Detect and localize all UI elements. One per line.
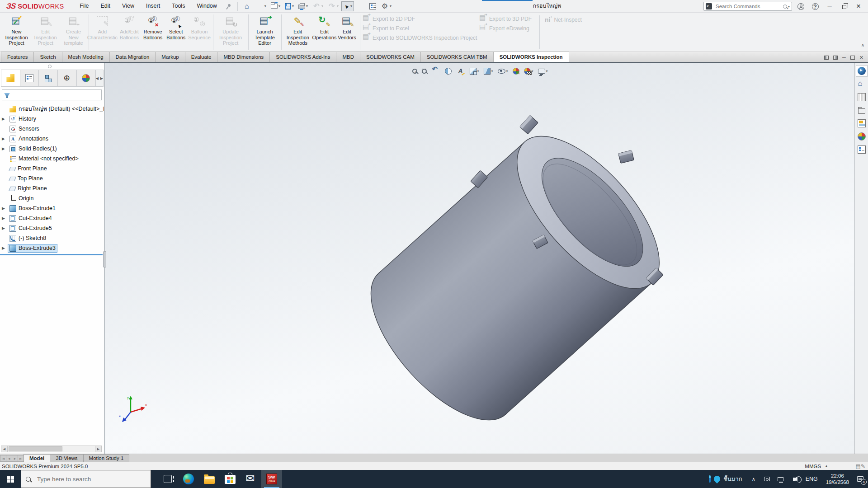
weather-widget[interactable]: ชื้นมาก [704,470,746,488]
expand-arrow[interactable]: ▶ [2,117,8,121]
tab-evaluate[interactable]: Evaluate [185,52,218,62]
collapse-ribbon-button[interactable]: ∧ [861,42,864,47]
tree-item-cut-extrude5[interactable]: ▶Cut-Extrude5 [0,223,104,233]
dimxpertmanager-tab[interactable] [58,70,77,86]
settings-button[interactable]: ⚙▾ [379,1,393,12]
dropdown-caret[interactable]: ▾ [321,4,323,8]
scroll-left-arrow[interactable]: ◀ [1,446,8,452]
taskbar-search-box[interactable] [21,470,151,488]
dropdown-caret[interactable]: ▾ [306,4,308,8]
taskbar-search-input[interactable] [36,475,146,483]
tray-overflow-button[interactable]: ∧ [748,470,759,488]
search-icon[interactable] [783,5,787,9]
dropdown-caret[interactable]: ▾ [264,4,266,8]
taskbar-app-mail[interactable] [241,470,261,488]
tree-item-material-not-specified[interactable]: Material <not specified> [0,154,104,164]
tree-item-history[interactable]: ▶History [0,114,104,124]
tab-solidworks-cam[interactable]: SOLIDWORKS CAM [360,52,421,62]
part-model[interactable] [105,63,854,454]
tree-item-boss-extrude1[interactable]: ▶Boss-Extrude1 [0,203,104,213]
dropdown-caret[interactable]: ▾ [350,4,352,8]
volume-button[interactable] [789,470,800,488]
tile-left-icon[interactable] [824,56,829,60]
propertymanager-tab[interactable] [20,70,39,86]
first-sheet-button[interactable]: |◀ [0,455,6,462]
restore-button[interactable] [838,1,850,12]
next-sheet-button[interactable]: ▶ [12,455,18,462]
tab-data-migration[interactable]: Data Migration [109,52,156,62]
save-button[interactable]: ▾ [283,2,296,11]
scrollbar-thumb[interactable] [9,446,62,451]
expand-arrow[interactable]: ▶ [2,146,8,151]
featuremanager-tab[interactable] [1,70,20,86]
pin-menu-icon[interactable] [226,4,231,9]
expand-arrow[interactable]: ▶ [2,246,8,250]
units-selector[interactable]: MMGS ▲ [805,464,828,469]
redo-button[interactable]: ↷▾ [326,1,340,12]
dropdown-caret[interactable]: ▾ [390,4,392,8]
dropdown-caret[interactable]: ▾ [337,4,339,8]
dropdown-caret[interactable]: ▾ [292,4,294,8]
tree-item-sketch8[interactable]: (-) Sketch8 [0,233,104,243]
start-button[interactable] [0,470,21,488]
tree-item-annotations[interactable]: ▶Annotations [0,134,104,144]
tree-item-top-plane[interactable]: Top Plane [0,174,104,183]
minimize-button[interactable]: ─ [824,1,835,12]
tab-solidworks-add-ins[interactable]: SOLIDWORKS Add-Ins [269,52,336,62]
tree-item-boss-extrude3[interactable]: ▶Boss-Extrude3 [0,243,104,253]
new-document-button[interactable]: ▾ [254,1,268,12]
3dexperience-button[interactable] [856,65,868,77]
expand-arrow[interactable]: ▶ [2,206,8,211]
tab-markup[interactable]: Markup [155,52,185,62]
dropdown-caret[interactable]: ▾ [278,4,280,8]
panel-collapse-handle[interactable] [48,65,52,68]
search-commands-input[interactable] [715,3,783,9]
account-button[interactable] [795,1,807,12]
graphics-viewport[interactable]: ▾▾▾▾▾ [105,63,854,454]
meet-now-button[interactable] [762,470,773,488]
print-button[interactable]: ▾ [297,2,310,10]
file-explorer-button[interactable] [856,104,868,116]
help-button[interactable]: ? [809,1,821,12]
tab-mesh-modeling[interactable]: Mesh Modeling [62,52,110,62]
doc-restore-icon[interactable] [850,56,855,60]
last-sheet-button[interactable]: ▶| [18,455,24,462]
select-button[interactable]: ▾ [341,1,354,11]
search-commands-box[interactable]: >_ ▾ [703,2,792,11]
tab-features[interactable]: Features [1,52,34,62]
tree-filter-box[interactable] [2,89,102,100]
doc-tab-3d-views[interactable]: 3D Views [50,454,83,462]
open-button[interactable]: ▾ [269,2,282,10]
prev-sheet-button[interactable]: ◀ [6,455,12,462]
tree-item-cut-extrude4[interactable]: ▶Cut-Extrude4 [0,213,104,223]
menu-insert[interactable]: Insert [140,0,166,12]
custom-properties-button[interactable] [856,144,868,155]
doc-tab-model[interactable]: Model [24,454,50,462]
close-button[interactable]: × [853,1,864,12]
tree-item-solid-bodies-1[interactable]: ▶Solid Bodies(1) [0,144,104,154]
taskbar-app-solidworks[interactable]: SW2024 [261,470,282,488]
taskbar-app-task-view[interactable] [157,470,178,488]
menu-tools[interactable]: Tools [166,0,191,12]
clock[interactable]: 22:06 19/6/2568 [822,470,853,488]
notification-center-button[interactable]: 4 [853,470,868,488]
taskbar-app-store[interactable] [220,470,241,488]
expand-arrow[interactable]: ▶ [2,216,8,221]
tree-item-origin[interactable]: Origin [0,193,104,203]
view-palette-button[interactable] [856,117,868,129]
scroll-right-arrow[interactable]: ▶ [100,76,103,80]
configurationmanager-tab[interactable] [39,70,58,86]
taskbar-app-edge[interactable] [178,470,199,488]
scroll-right-arrow[interactable]: ▶ [95,446,101,452]
expand-arrow[interactable]: ▶ [2,226,8,230]
menu-view[interactable]: View [116,0,140,12]
edit-vendors-button[interactable]: Edit Vendors [336,13,359,52]
language-indicator[interactable]: ENG [801,470,822,488]
tab-sketch[interactable]: Sketch [33,52,62,62]
tree-item-sensors[interactable]: Sensors [0,124,104,134]
edit-inspection-methods-button[interactable]: Edit Inspection Methods [283,13,313,52]
tab-solidworks-inspection[interactable]: SOLIDWORKS Inspection [493,52,569,62]
tab-mbd[interactable]: MBD [336,52,360,62]
menu-edit[interactable]: Edit [95,0,117,12]
expand-arrow[interactable]: ▶ [2,136,8,141]
